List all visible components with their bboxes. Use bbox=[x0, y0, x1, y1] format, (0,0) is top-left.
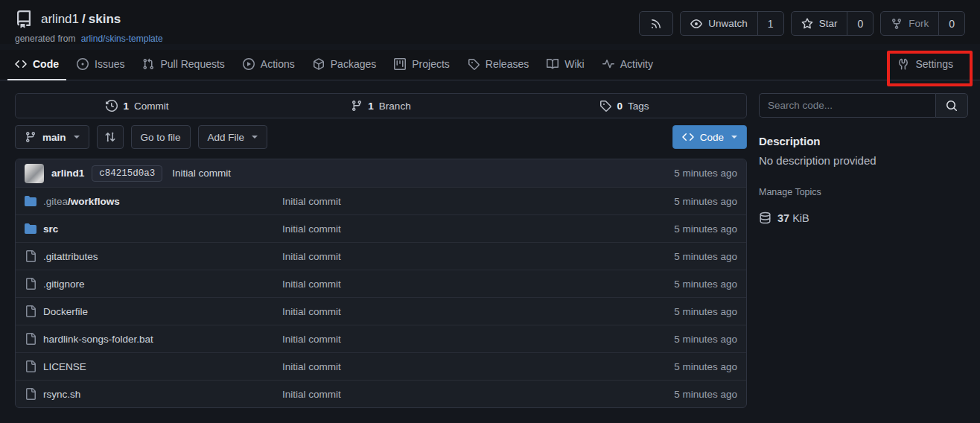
tab-issues[interactable]: Issues bbox=[69, 50, 132, 80]
caret-down-icon bbox=[731, 136, 737, 139]
file-table: arlind1 c84215d0a3 Initial commit 5 minu… bbox=[15, 159, 747, 408]
watch-group: Unwatch 1 bbox=[680, 11, 783, 36]
rss-button[interactable] bbox=[639, 11, 673, 36]
fork-button[interactable]: Fork bbox=[881, 12, 938, 35]
tab-releases[interactable]: Releases bbox=[460, 50, 536, 80]
stars-count[interactable]: 0 bbox=[847, 12, 873, 35]
table-row: src Initial commit 5 minutes ago bbox=[16, 214, 746, 242]
file-link[interactable]: .gitea/workflows bbox=[25, 195, 282, 207]
forks-count[interactable]: 0 bbox=[938, 12, 964, 35]
commit-message-link[interactable]: Initial commit bbox=[282, 251, 603, 262]
pull-request-icon bbox=[142, 58, 154, 70]
file-icon bbox=[25, 333, 36, 345]
tab-code[interactable]: Code bbox=[7, 50, 66, 80]
file-time: 5 minutes ago bbox=[603, 279, 737, 290]
star-group: Star 0 bbox=[791, 11, 874, 36]
branch-selector[interactable]: main bbox=[15, 125, 89, 149]
search-input[interactable] bbox=[759, 93, 935, 118]
branches-stat[interactable]: 1Branch bbox=[259, 94, 503, 118]
commits-stat[interactable]: 1Commit bbox=[16, 94, 259, 118]
repo-tabbar: Code Issues Pull Requests Actions Packag… bbox=[0, 50, 980, 80]
file-time: 5 minutes ago bbox=[603, 389, 737, 400]
commit-time: 5 minutes ago bbox=[674, 168, 737, 179]
commit-message-link[interactable]: Initial commit bbox=[282, 389, 603, 400]
caret-down-icon bbox=[252, 136, 258, 139]
file-time: 5 minutes ago bbox=[603, 251, 737, 262]
file-time: 5 minutes ago bbox=[603, 334, 737, 345]
folder-icon bbox=[25, 223, 36, 235]
star-button[interactable]: Star bbox=[792, 12, 847, 35]
unwatch-button[interactable]: Unwatch bbox=[681, 12, 757, 35]
file-link[interactable]: .gitignore bbox=[25, 278, 282, 290]
eye-icon bbox=[690, 18, 702, 30]
tools-icon bbox=[897, 58, 909, 70]
file-icon bbox=[25, 278, 36, 290]
repo-owner-link[interactable]: arlind1 bbox=[41, 12, 79, 26]
folder-icon bbox=[25, 195, 36, 207]
file-time: 5 minutes ago bbox=[603, 306, 737, 317]
compare-button[interactable] bbox=[97, 125, 124, 149]
goto-file-button[interactable]: Go to file bbox=[131, 125, 191, 149]
table-row: .gitattributes Initial commit 5 minutes … bbox=[16, 242, 746, 270]
commit-message-link[interactable]: Initial commit bbox=[282, 279, 603, 290]
commit-message[interactable]: Initial commit bbox=[172, 168, 231, 179]
commit-message-link[interactable]: Initial commit bbox=[282, 196, 603, 207]
description-text: No description provided bbox=[759, 154, 968, 167]
file-link[interactable]: LICENSE bbox=[25, 360, 282, 372]
add-file-button[interactable]: Add File bbox=[198, 125, 268, 149]
search-icon bbox=[946, 100, 958, 112]
rss-icon bbox=[650, 18, 662, 30]
manage-topics-link[interactable]: Manage Topics bbox=[759, 187, 968, 197]
file-time: 5 minutes ago bbox=[603, 223, 737, 235]
tab-actions[interactable]: Actions bbox=[235, 50, 302, 80]
repo-icon bbox=[15, 10, 33, 28]
commit-author[interactable]: arlind1 bbox=[51, 168, 84, 179]
repo-title-separator: / bbox=[82, 12, 86, 26]
commit-message-link[interactable]: Initial commit bbox=[282, 334, 603, 345]
commit-message-link[interactable]: Initial commit bbox=[282, 306, 603, 317]
commit-hash-badge[interactable]: c84215d0a3 bbox=[92, 165, 162, 182]
file-link[interactable]: rsync.sh bbox=[25, 388, 282, 400]
header-actions: Unwatch 1 Star 0 Fork 0 bbox=[639, 11, 965, 36]
repo-header: arlind1/skins generated from arlind/skin… bbox=[0, 0, 980, 44]
history-icon bbox=[106, 100, 118, 112]
code-clone-button[interactable]: Code bbox=[672, 125, 747, 149]
code-icon bbox=[15, 58, 27, 70]
repo-size: 37 KiB bbox=[759, 212, 968, 224]
tab-projects[interactable]: Projects bbox=[386, 50, 457, 80]
table-row: hardlink-songs-folder.bat Initial commit… bbox=[16, 325, 746, 352]
table-row: .gitea/workflows Initial commit 5 minute… bbox=[16, 187, 746, 214]
database-icon bbox=[759, 212, 771, 224]
repo-name-link[interactable]: skins bbox=[89, 12, 121, 26]
tab-settings[interactable]: Settings bbox=[890, 50, 961, 80]
file-link[interactable]: hardlink-songs-folder.bat bbox=[25, 333, 282, 345]
repo-stats-bar: 1Commit 1Branch 0Tags bbox=[15, 93, 747, 118]
table-row: .gitignore Initial commit 5 minutes ago bbox=[16, 270, 746, 297]
search-button[interactable] bbox=[935, 93, 968, 118]
compare-icon bbox=[104, 131, 116, 143]
code-icon bbox=[682, 131, 694, 143]
generated-from: generated from arlind/skins-template bbox=[15, 34, 163, 44]
description-title: Description bbox=[759, 135, 968, 147]
caret-down-icon bbox=[74, 136, 80, 139]
file-link[interactable]: .gitattributes bbox=[25, 250, 282, 262]
avatar[interactable] bbox=[25, 164, 44, 183]
file-link[interactable]: Dockerfile bbox=[25, 305, 282, 317]
branch-icon bbox=[25, 131, 36, 143]
file-link[interactable]: src bbox=[25, 223, 282, 235]
commit-message-link[interactable]: Initial commit bbox=[282, 223, 603, 235]
watchers-count[interactable]: 1 bbox=[757, 12, 783, 35]
template-repo-link[interactable]: arlind/skins-template bbox=[81, 34, 163, 44]
tab-wiki[interactable]: Wiki bbox=[539, 50, 591, 80]
tab-pull-requests[interactable]: Pull Requests bbox=[135, 50, 232, 80]
project-icon bbox=[394, 58, 406, 70]
code-search bbox=[759, 93, 968, 118]
tab-activity[interactable]: Activity bbox=[595, 50, 661, 80]
tag-icon bbox=[599, 100, 611, 112]
book-icon bbox=[547, 58, 559, 70]
commit-message-link[interactable]: Initial commit bbox=[282, 361, 603, 372]
tag-icon bbox=[468, 58, 480, 70]
tags-stat[interactable]: 0Tags bbox=[503, 94, 746, 118]
tab-packages[interactable]: Packages bbox=[305, 50, 384, 80]
latest-commit-row: arlind1 c84215d0a3 Initial commit 5 minu… bbox=[16, 159, 746, 187]
